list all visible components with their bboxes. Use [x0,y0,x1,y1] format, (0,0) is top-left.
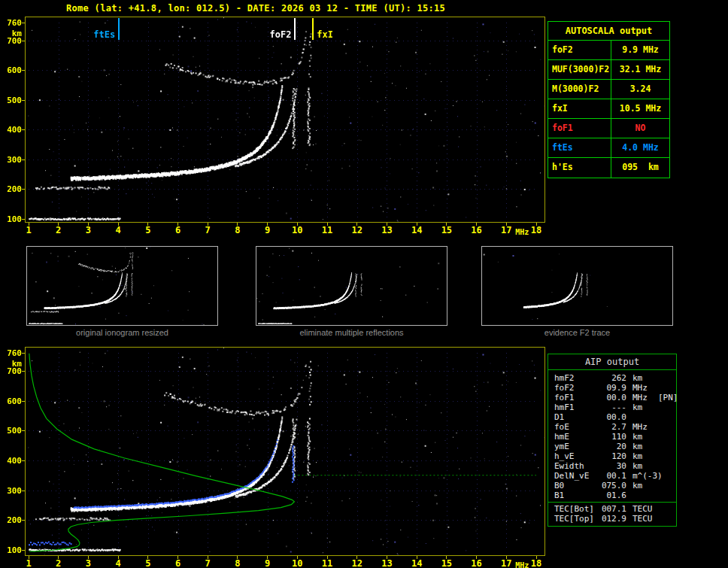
marker-label-fof2: foF2 [252,29,291,40]
bottom-plot-y-tick [22,353,25,354]
aip-row-unit: km [632,481,642,491]
top-plot-y-tick-label: 400 [1,125,22,135]
aip-row-value: 120 [586,451,626,461]
top-plot-y-axis-unit: km [1,29,22,38]
aip-row-unit: km [632,442,642,451]
bottom-plot-x-tick-label: 9 [259,558,276,568]
autoscala-row-label: M(3000)F2 [548,80,611,99]
top-plot-y-tick-label: 500 [1,96,22,105]
bottom-plot-y-tick-label: 100 [1,545,22,555]
top-plot-x-tick-label: 18 [528,225,544,235]
station-date-time-header: Rome (lat: +41.8, lon: 012.5) - DATE: 20… [66,3,445,14]
bottom-plot-y-tick [22,520,25,521]
bottom-plot-x-tick-label: 15 [438,558,455,568]
bottom-plot-y-tick [22,401,25,402]
thumbnail-no-multiples [256,246,447,326]
bottom-plot-y-tick-label: 300 [1,486,22,496]
bottom-plot-y-tick-label: 400 [1,456,22,466]
bottom-plot-x-tick-label: 17 [498,558,514,568]
thumbnail-f2-trace-canvas [482,247,672,325]
aip-row-unit: m^(-3) [632,471,663,481]
aip-output-panel: AIP output hmF2262kmfoF209.9MHzfoF100.0M… [548,354,677,527]
top-plot-x-tick-label: 8 [229,225,246,235]
aip-row-ewidth: Ewidth30km [548,461,676,471]
bottom-plot-x-tick-label: 4 [110,558,126,568]
aip-row-yme: ymE20km [548,442,676,451]
aip-row-value: 09.9 [586,383,626,393]
aip-row-value: 00.0 [586,412,626,422]
top-plot-y-tick [22,219,25,220]
aip-row-hmf1: hmF1---km [548,402,676,412]
autoscala-row-label: MUF(3000)F2 [548,60,611,79]
aip-row-fof2: foF209.9MHz [548,383,676,393]
top-plot-y-tick [22,70,25,71]
top-plot-y-tick-label: 100 [1,214,22,224]
aip-row-unit: km [632,373,642,383]
top-plot-x-tick-label: 13 [378,225,395,235]
top-plot-x-axis-unit: MHz [515,228,529,236]
aip-row-tectop: TEC[Top]012.9TECU [548,514,676,524]
autoscala-row-label: ftEs [548,138,611,157]
aip-row-unit: TECU [632,504,653,514]
aip-row-label: foF2 [554,383,575,393]
autoscala-row-label: h'Es [548,158,611,178]
top-plot-x-tick-label: 6 [170,225,187,235]
aip-row-value: 2.7 [586,422,626,432]
aip-row-unit: MHz [632,383,648,393]
bottom-plot-y-tick [22,371,25,372]
aip-row-label: DelN_vE [554,471,589,481]
thumbnail-original-ionogram [26,246,218,326]
autoscala-row-fof1: foF1NO [548,119,669,138]
aip-row-label: B0 [554,481,564,491]
bottom-plot-y-tick [22,491,25,491]
aip-row-label: ymE [554,442,569,451]
top-plot-y-tick-label: 200 [1,184,22,194]
marker-line-fxi [312,18,314,40]
aip-row-label: Ewidth [554,461,584,471]
marker-line-ftes [118,18,120,40]
bottom-plot-x-tick-label: 2 [50,558,67,568]
aip-row-unit: km [632,451,642,461]
autoscala-row-value: 095 km [611,158,669,178]
aip-row-value: 007.1 [586,504,626,514]
top-plot-y-tick-label: 760 [1,18,22,28]
bottom-plot-y-tick [22,550,25,551]
autoscala-row-value: 32.1 MHz [611,60,669,79]
aip-row-label: foF1 [554,393,575,402]
bottom-ionogram-plot [25,347,545,556]
marker-line-fof2 [294,18,296,40]
top-plot-x-tick-label: 12 [349,225,366,235]
aip-row-value: 20 [586,442,626,451]
aip-row-delnve: DelN_vE00.1m^(-3) [548,471,676,481]
aip-row-value: 01.6 [586,491,626,500]
aip-tec-separator [548,502,676,503]
top-plot-y-tick-label: 600 [1,65,22,75]
top-ionogram-plot: ftEsfoF2fxI [25,17,545,223]
aip-row-value: 012.9 [586,514,626,524]
aip-row-unit: TECU [632,514,653,524]
aip-row-unit: km [632,432,642,442]
top-plot-y-tick-label: 300 [1,155,22,165]
thumbnail-caption-f2-trace: evidence F2 trace [481,328,674,337]
bottom-plot-y-tick-label: 760 [1,348,22,358]
aip-row-label: D1 [554,412,564,422]
autoscala-row-value: 3.24 [611,80,669,99]
aip-row-value: 262 [586,373,626,383]
autoscala-output-panel: AUTOSCALA output foF29.9 MHzMUF(3000)F23… [548,21,670,178]
autoscala-row-value: NO [611,119,669,138]
bottom-plot-x-tick-label: 5 [140,558,156,568]
thumbnail-f2-trace [481,246,673,326]
autoscala-row-value: 10.5 MHz [611,99,669,118]
autoscala-row-label: foF2 [548,41,611,59]
top-plot-y-tick [22,159,25,160]
autoscala-panel-title: AUTOSCALA output [548,22,669,41]
thumbnail-caption-original: original ionogram resized [26,328,219,337]
bottom-plot-y-tick-label: 500 [1,426,22,436]
aip-row-unit: MHz [632,422,648,432]
aip-row-value: 00.0 [586,393,626,402]
top-plot-y-tick [22,189,25,190]
aip-row-hmf2: hmF2262km [548,373,676,383]
marker-label-fxi: fxI [317,29,333,40]
aip-row-hme: hmE110km [548,432,676,442]
top-plot-x-tick-label: 17 [498,225,514,235]
